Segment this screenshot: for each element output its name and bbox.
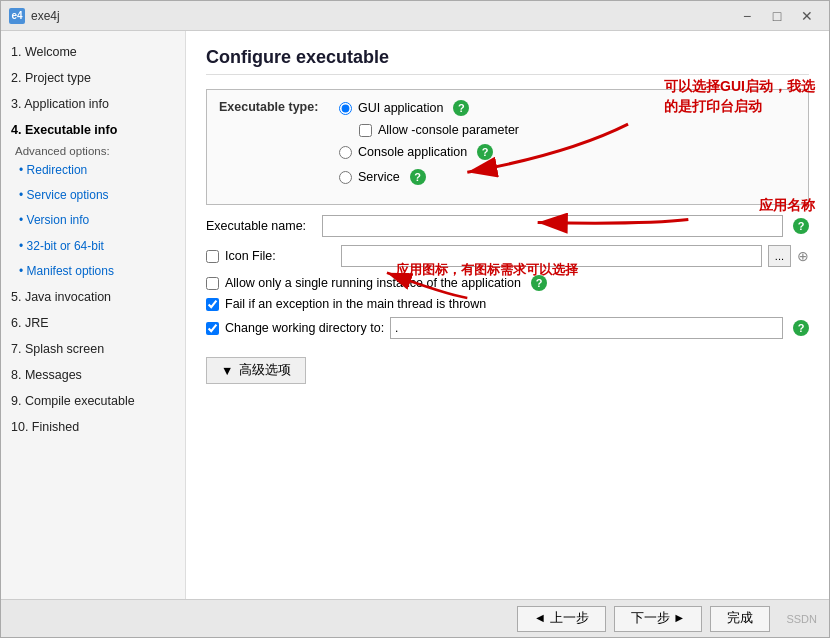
finish-label: 完成: [727, 610, 753, 627]
sidebar-item-application-info[interactable]: 3. Application info: [1, 91, 185, 117]
change-working-dir-label[interactable]: Change working directory to:: [225, 321, 384, 335]
next-button[interactable]: 下一步 ►: [614, 606, 703, 632]
minimize-button[interactable]: −: [733, 5, 761, 27]
service-radio[interactable]: [339, 171, 352, 184]
advanced-btn-label: 高级选项: [239, 362, 291, 379]
icon-file-expand-icon[interactable]: ⊕: [797, 248, 809, 264]
gui-radio-row: GUI application ?: [339, 98, 796, 118]
allow-console-checkbox[interactable]: [359, 124, 372, 137]
bottom-bar: ◄ 上一步 下一步 ► 完成 SSDN: [1, 599, 829, 637]
sidebar-item-project-type[interactable]: 2. Project type: [1, 65, 185, 91]
next-label: 下一步 ►: [631, 610, 686, 627]
sidebar-item-version-info[interactable]: • Version info: [1, 208, 185, 233]
app-icon: e4: [9, 8, 25, 24]
icon-file-checkbox[interactable]: [206, 250, 219, 263]
sidebar-item-java-invocation[interactable]: 5. Java invocation: [1, 284, 185, 310]
sidebar-item-redirection[interactable]: • Redirection: [1, 158, 185, 183]
executable-name-row: Executable name: ?: [206, 215, 809, 237]
console-help-icon[interactable]: ?: [477, 144, 493, 160]
allow-only-row: Allow only a single running instance of …: [206, 275, 809, 291]
fail-exception-checkbox[interactable]: [206, 298, 219, 311]
window-controls: − □ ✕: [733, 5, 821, 27]
gui-help-icon[interactable]: ?: [453, 100, 469, 116]
titlebar: e4 exe4j − □ ✕: [1, 1, 829, 31]
service-radio-row: Service ?: [339, 167, 796, 187]
gui-label[interactable]: GUI application: [358, 101, 443, 115]
sidebar-item-service-options[interactable]: • Service options: [1, 183, 185, 208]
sidebar-item-messages[interactable]: 8. Messages: [1, 362, 185, 388]
allow-console-row: Allow -console parameter: [359, 123, 796, 137]
icon-file-browse-button[interactable]: ...: [768, 245, 791, 267]
change-working-dir-input[interactable]: [390, 317, 783, 339]
close-button[interactable]: ✕: [793, 5, 821, 27]
fail-exception-row: Fail if an exception in the main thread …: [206, 297, 809, 311]
main-panel: Configure executable Executable type: GU…: [186, 31, 829, 599]
sidebar: 1. Welcome2. Project type3. Application …: [1, 31, 186, 599]
prev-button[interactable]: ◄ 上一步: [517, 606, 606, 632]
gui-radio[interactable]: [339, 102, 352, 115]
icon-file-label[interactable]: Icon File:: [225, 249, 335, 263]
icon-file-row: Icon File: ... ⊕: [206, 245, 809, 267]
sidebar-item-splash-screen[interactable]: 7. Splash screen: [1, 336, 185, 362]
change-working-dir-row: Change working directory to: ?: [206, 317, 809, 339]
service-help-icon[interactable]: ?: [410, 169, 426, 185]
main-window: e4 exe4j − □ ✕ 1. Welcome2. Project type…: [0, 0, 830, 638]
maximize-button[interactable]: □: [763, 5, 791, 27]
sidebar-item-jre[interactable]: 6. JRE: [1, 310, 185, 336]
executable-name-help-icon[interactable]: ?: [793, 218, 809, 234]
change-working-dir-checkbox[interactable]: [206, 322, 219, 335]
executable-type-label: Executable type:: [219, 98, 329, 114]
console-radio-row: Console application ?: [339, 142, 796, 162]
allow-only-checkbox[interactable]: [206, 277, 219, 290]
executable-name-input[interactable]: [322, 215, 783, 237]
window-title: exe4j: [31, 9, 733, 23]
sidebar-item-finished[interactable]: 10. Finished: [1, 414, 185, 440]
allow-only-help-icon[interactable]: ?: [531, 275, 547, 291]
fail-exception-label[interactable]: Fail if an exception in the main thread …: [225, 297, 486, 311]
sidebar-item-compile-executable[interactable]: 9. Compile executable: [1, 388, 185, 414]
working-dir-help-icon[interactable]: ?: [793, 320, 809, 336]
executable-type-fieldset: Executable type: GUI application ? Allow…: [206, 89, 809, 205]
icon-file-input[interactable]: [341, 245, 762, 267]
ssdn-label: SSDN: [786, 613, 817, 625]
console-label[interactable]: Console application: [358, 145, 467, 159]
executable-name-label: Executable name:: [206, 219, 316, 233]
advanced-arrow-icon: ▼: [221, 364, 233, 378]
sidebar-section-advanced-label: Advanced options:: [1, 143, 185, 158]
sidebar-item-welcome[interactable]: 1. Welcome: [1, 39, 185, 65]
main-content: 1. Welcome2. Project type3. Application …: [1, 31, 829, 599]
sidebar-item-manifest-options[interactable]: • Manifest options: [1, 259, 185, 284]
page-title: Configure executable: [206, 47, 809, 75]
prev-label: ◄ 上一步: [534, 610, 589, 627]
console-radio[interactable]: [339, 146, 352, 159]
allow-console-label[interactable]: Allow -console parameter: [378, 123, 519, 137]
finish-button[interactable]: 完成: [710, 606, 770, 632]
allow-only-label[interactable]: Allow only a single running instance of …: [225, 276, 521, 290]
sidebar-item-32bit-64bit[interactable]: • 32-bit or 64-bit: [1, 234, 185, 259]
sidebar-item-executable-info[interactable]: 4. Executable info: [1, 117, 185, 143]
advanced-options-button[interactable]: ▼ 高级选项: [206, 357, 306, 384]
service-label[interactable]: Service: [358, 170, 400, 184]
